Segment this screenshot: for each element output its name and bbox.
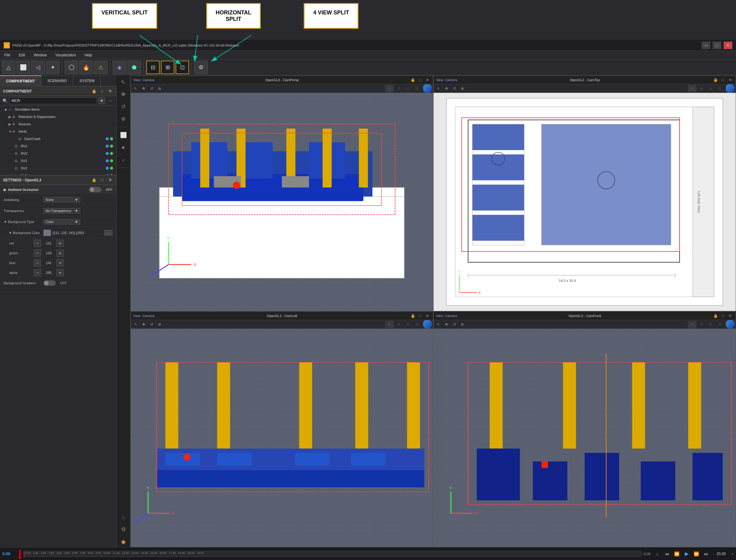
red-plus-btn[interactable]: + bbox=[56, 240, 64, 247]
close-button[interactable]: ✕ bbox=[724, 42, 732, 49]
green-minus-btn[interactable]: − bbox=[34, 249, 41, 257]
green-plus-btn[interactable]: + bbox=[56, 249, 64, 257]
viewport-canvas-front[interactable]: X Y bbox=[434, 329, 736, 547]
ambient-occlusion-section[interactable]: ▶ Ambient Occlusion OFF bbox=[0, 185, 116, 194]
vp-view2-front[interactable]: □ bbox=[697, 321, 706, 328]
alpha-minus-btn[interactable]: − bbox=[34, 269, 41, 276]
tree-item-rv1[interactable]: ⊡ RV1 bbox=[0, 142, 116, 150]
settings-lock-btn[interactable]: 🔒 bbox=[91, 177, 97, 183]
menu-file[interactable]: File bbox=[2, 52, 12, 58]
alpha-plus-btn[interactable]: + bbox=[56, 269, 64, 276]
toolbar-open-btn[interactable]: ⬜ bbox=[17, 61, 30, 74]
menu-edit[interactable]: Edit bbox=[17, 52, 27, 58]
menu-help[interactable]: Help bbox=[83, 52, 94, 58]
settings-close-btn[interactable]: ✕ bbox=[107, 177, 113, 183]
vp-view2-top[interactable]: □ bbox=[697, 85, 706, 92]
vp-tool-cursor-top[interactable]: ↖ bbox=[435, 85, 442, 92]
toolbar-render-btn[interactable]: ⬟ bbox=[127, 61, 141, 74]
nav-cursor-btn[interactable]: ↖ bbox=[118, 77, 129, 88]
antialising-dropdown[interactable]: None ▼ bbox=[44, 197, 80, 202]
toolbar-cube-btn[interactable]: ⬡ bbox=[65, 61, 78, 74]
vp-lock-persp[interactable]: 🔒 bbox=[410, 77, 416, 83]
color-swatch[interactable] bbox=[44, 230, 51, 236]
view-menu-left[interactable]: View bbox=[133, 314, 141, 318]
tree-item-doorcrack[interactable]: ⊡ DoorCrack bbox=[0, 135, 116, 142]
tl-step-fwd-btn[interactable]: ⏩ bbox=[692, 550, 701, 558]
toolbar-vsplit-btn[interactable]: ⊟ bbox=[146, 61, 160, 74]
vp-tool-pan-left[interactable]: ⊕ bbox=[156, 321, 163, 328]
search-more-btn[interactable]: ⋯ bbox=[107, 97, 114, 104]
viewport-canvas-left[interactable]: X Y Z bbox=[131, 329, 433, 547]
vp-tool-rotate-top[interactable]: ↺ bbox=[451, 85, 458, 92]
nav-zoom-btn[interactable]: ⊕ bbox=[118, 113, 129, 124]
vp-tool-pan-front[interactable]: ⊕ bbox=[459, 321, 466, 328]
tl-home-btn[interactable]: ⌂ bbox=[653, 550, 662, 558]
toolbar-4split-btn[interactable]: ⊡ bbox=[176, 61, 189, 74]
vp-view2-left[interactable]: □ bbox=[394, 321, 403, 328]
view-menu-front[interactable]: View bbox=[436, 314, 443, 318]
toolbar-triangle-btn[interactable]: △ bbox=[2, 61, 15, 74]
vp-close-left[interactable]: ✕ bbox=[424, 313, 431, 319]
vp-view-top[interactable]: □ bbox=[404, 85, 412, 92]
viewport-canvas-top[interactable]: Left Side View bbox=[434, 93, 736, 311]
panel-lock-btn[interactable]: 🔒 bbox=[91, 88, 97, 94]
vp-view4-left[interactable]: □ bbox=[413, 321, 421, 328]
tree-item-sources[interactable]: ▶ ⊘ Sources bbox=[0, 120, 116, 128]
gradient-toggle[interactable] bbox=[44, 280, 56, 286]
search-input[interactable] bbox=[9, 97, 97, 104]
tree-item-sv3[interactable]: ⊡ SV3 bbox=[0, 172, 116, 175]
vp-lock-front[interactable]: 🔒 bbox=[712, 313, 719, 319]
tree-item-sv2[interactable]: ⊡ SV2 bbox=[0, 165, 116, 172]
toolbar-hsplit-btn[interactable]: ⊞ bbox=[161, 61, 174, 74]
vp-tool-pan-top[interactable]: ⊕ bbox=[459, 85, 466, 92]
vp-view-side[interactable]: □ bbox=[394, 85, 403, 92]
panel-undock-btn[interactable]: □ bbox=[99, 88, 105, 94]
bg-type-dropdown[interactable]: Color ▼ bbox=[44, 219, 80, 225]
vp-view4-top[interactable]: □ bbox=[715, 85, 724, 92]
vp-close-top[interactable]: ✕ bbox=[727, 77, 733, 83]
transparency-dropdown[interactable]: No Transparency ▼ bbox=[44, 208, 80, 214]
maximize-button[interactable]: □ bbox=[713, 42, 721, 49]
vp-view4-front[interactable]: □ bbox=[715, 321, 724, 328]
settings-undock-btn[interactable]: □ bbox=[99, 177, 105, 183]
color-more-btn[interactable]: ... bbox=[104, 230, 112, 236]
tl-prev-btn[interactable]: ⏮ bbox=[663, 550, 671, 558]
nav-move-btn[interactable]: ✥ bbox=[118, 89, 129, 100]
tree-item-sv1[interactable]: ⊡ SV1 bbox=[0, 157, 116, 165]
toolbar-fire-btn[interactable]: 🔥 bbox=[79, 61, 93, 74]
cam-menu-left[interactable]: Camera bbox=[142, 314, 154, 318]
vp-tool-cursor-left[interactable]: ↖ bbox=[132, 321, 139, 328]
nav-box-btn[interactable]: ⬜ bbox=[118, 130, 129, 141]
panel-close-btn[interactable]: ✕ bbox=[107, 88, 113, 94]
search-dropdown-btn[interactable]: ▼ bbox=[98, 97, 105, 104]
vp-tool-move-top[interactable]: ✥ bbox=[443, 85, 450, 92]
toolbar-mesh-btn[interactable]: ◁ bbox=[31, 61, 45, 74]
vp-view-persp[interactable]: □ bbox=[413, 85, 421, 92]
vp-lock-top[interactable]: 🔒 bbox=[712, 77, 719, 83]
ao-toggle[interactable] bbox=[89, 187, 101, 192]
vp-close-persp[interactable]: ✕ bbox=[424, 77, 431, 83]
view-menu-persp[interactable]: View bbox=[133, 78, 141, 82]
toolbar-warning-btn[interactable]: ⚠ bbox=[94, 61, 108, 74]
cam-menu-persp[interactable]: Camera bbox=[142, 78, 154, 82]
vp-tool-pan[interactable]: ⊕ bbox=[156, 85, 163, 92]
vp-view1-top[interactable]: □ bbox=[688, 85, 696, 92]
vp-view3-left[interactable]: □ bbox=[404, 321, 412, 328]
timeline-track[interactable]: 0.00 1.00 2.00 3.00 4.00 5.00 6.00 7.00 … bbox=[24, 551, 642, 557]
vp-undock-persp[interactable]: □ bbox=[417, 77, 423, 83]
tree-item-simulation[interactable]: ▶ — Simulation Items bbox=[0, 106, 116, 113]
tab-system[interactable]: SYSTEM bbox=[73, 75, 101, 86]
tl-next-btn[interactable]: ⏭ bbox=[702, 550, 711, 558]
toolbar-settings-btn[interactable]: ⚙ bbox=[194, 61, 208, 74]
menu-window[interactable]: Window bbox=[32, 52, 49, 58]
blue-minus-btn[interactable]: − bbox=[34, 259, 41, 267]
cam-menu-top[interactable]: Camera bbox=[445, 78, 457, 82]
vp-undock-front[interactable]: □ bbox=[720, 313, 726, 319]
vp-tool-rotate-left[interactable]: ↺ bbox=[148, 321, 155, 328]
tl-play-btn[interactable]: ▶ bbox=[682, 550, 691, 558]
nav-sphere-btn[interactable]: ● bbox=[118, 142, 129, 153]
nav-settings-btn[interactable]: ⚙ bbox=[118, 524, 129, 535]
nav-cone-btn[interactable]: ⬦ bbox=[118, 154, 129, 165]
nav-material-btn[interactable]: ◆ bbox=[118, 536, 129, 547]
vp-view1-left[interactable]: □ bbox=[385, 321, 394, 328]
